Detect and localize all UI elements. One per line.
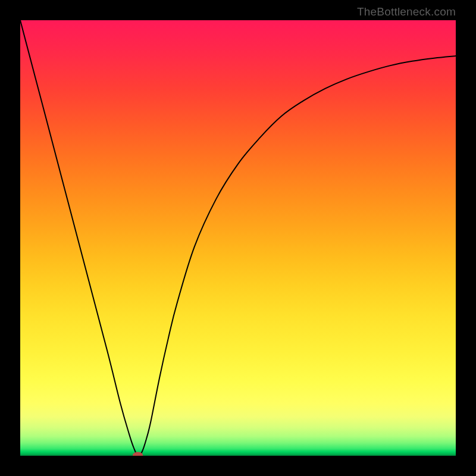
bottleneck-curve: [20, 20, 456, 456]
plot-area: [20, 20, 456, 456]
chart-frame: TheBottleneck.com: [0, 0, 476, 476]
chart-svg: [20, 20, 456, 456]
attribution-text: TheBottleneck.com: [357, 5, 456, 18]
